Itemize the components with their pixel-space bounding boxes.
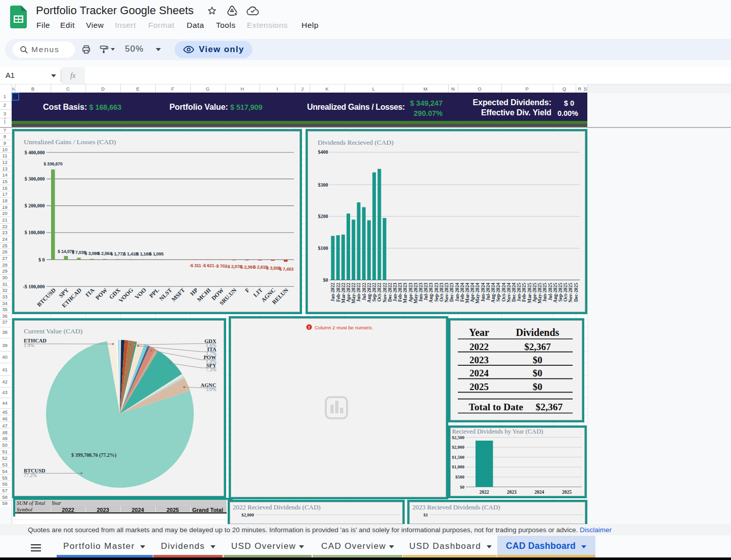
svg-text:Dec-2025: Dec-2025 — [573, 283, 579, 302]
svg-text:$ 1,095: $ 1,095 — [149, 251, 163, 256]
svg-text:-$ 621: -$ 621 — [202, 263, 214, 268]
svg-text:$0: $0 — [533, 381, 542, 392]
svg-text:$ 100,000: $ 100,000 — [25, 230, 45, 235]
svg-text:MCHI: MCHI — [196, 287, 212, 303]
svg-text:$ 336,670: $ 336,670 — [44, 161, 63, 166]
svg-text:7.3%: 7.3% — [206, 367, 217, 372]
svg-text:Unrealized Gains / Losses (CAD: Unrealized Gains / Losses (CAD) — [24, 138, 116, 146]
svg-text:$2,367: $2,367 — [524, 341, 551, 352]
svg-text:$ 7,038: $ 7,038 — [72, 250, 86, 255]
svg-text:$ 3,098: $ 3,098 — [85, 251, 99, 256]
svg-text:$ 2,564: $ 2,564 — [98, 251, 112, 256]
svg-text:HP: HP — [189, 287, 199, 297]
svg-text:$ 200,000: $ 200,000 — [25, 203, 45, 208]
svg-text:Total to Date: Total to Date — [469, 402, 524, 412]
svg-text:$0: $0 — [460, 485, 465, 490]
svg-text:$500: $500 — [455, 475, 465, 480]
svg-text:VOOG: VOOG — [117, 287, 134, 304]
svg-text:1.9%: 1.9% — [24, 342, 34, 348]
svg-text:$0: $0 — [323, 277, 328, 283]
svg-text:Current Value (CAD): Current Value (CAD) — [24, 327, 82, 335]
svg-text:$ 0: $ 0 — [38, 257, 45, 263]
svg-text:$ 1,418: $ 1,418 — [123, 251, 138, 256]
svg-text:$ 400,000: $ 400,000 — [25, 150, 45, 155]
svg-text:$100: $100 — [318, 245, 328, 251]
svg-text:-$ 7,453: -$ 7,453 — [278, 267, 293, 272]
svg-text:!: ! — [309, 325, 310, 330]
svg-text:F: F — [244, 287, 250, 293]
svg-text:2022: 2022 — [469, 341, 489, 352]
svg-text:2025: 2025 — [469, 381, 489, 392]
svg-text:2022: 2022 — [479, 489, 489, 495]
svg-text:2023: 2023 — [469, 355, 489, 365]
svg-text:VOO: VOO — [134, 287, 147, 300]
svg-text:2023 Recieved Dividends (CAD): 2023 Recieved Dividends (CAD) — [412, 503, 500, 511]
svg-text:$1: $1 — [423, 512, 428, 518]
svg-text:$300: $300 — [318, 182, 328, 188]
svg-text:$2,367: $2,367 — [536, 402, 563, 412]
svg-text:2024: 2024 — [469, 368, 489, 378]
svg-text:Dividends Recieved (CAD): Dividends Recieved (CAD) — [318, 139, 394, 146]
svg-text:-$ 311: -$ 311 — [189, 263, 201, 268]
svg-text:MSFT: MSFT — [170, 287, 186, 303]
svg-text:$200: $200 — [318, 213, 328, 219]
svg-text:$2,000: $2,000 — [452, 445, 464, 450]
svg-text:2024: 2024 — [534, 489, 544, 495]
svg-text:Column 2 must be numeric.: Column 2 must be numeric. — [315, 325, 373, 330]
svg-text:$ 1,168: $ 1,168 — [137, 251, 151, 256]
svg-text:$400: $400 — [318, 149, 328, 155]
svg-text:$0: $0 — [533, 368, 542, 378]
svg-text:3.0%: 3.0% — [206, 386, 217, 392]
svg-text:Dividends: Dividends — [516, 327, 560, 338]
svg-text:Year: Year — [469, 327, 489, 338]
svg-text:$1,500: $1,500 — [452, 455, 464, 460]
svg-text:Recieved Dividends by Year (CA: Recieved Dividends by Year (CAD) — [452, 428, 543, 435]
svg-text:2025: 2025 — [562, 489, 572, 495]
svg-text:BTCUSD: BTCUSD — [36, 287, 57, 308]
svg-text:-$ 702: -$ 702 — [215, 264, 227, 269]
svg-text:77.2%: 77.2% — [24, 472, 37, 478]
svg-text:$0: $0 — [533, 355, 542, 365]
svg-text:-$ 100,000: -$ 100,000 — [23, 284, 45, 289]
svg-text:$1,000: $1,000 — [452, 464, 464, 469]
svg-text:fx: fx — [70, 72, 76, 79]
svg-text:$ 399,708.76 (77.2%): $ 399,708.76 (77.2%) — [71, 452, 116, 458]
svg-text:$ 300,000: $ 300,000 — [25, 176, 45, 182]
svg-text:POW: POW — [94, 287, 108, 301]
svg-text:2022 Recieved Dividends (CAD): 2022 Recieved Dividends (CAD) — [233, 503, 321, 511]
svg-text:$2,500: $2,500 — [452, 435, 464, 440]
svg-text:$ 1,772: $ 1,772 — [111, 251, 125, 256]
svg-text:$2,000: $2,000 — [241, 512, 254, 518]
svg-text:2023: 2023 — [507, 489, 517, 495]
